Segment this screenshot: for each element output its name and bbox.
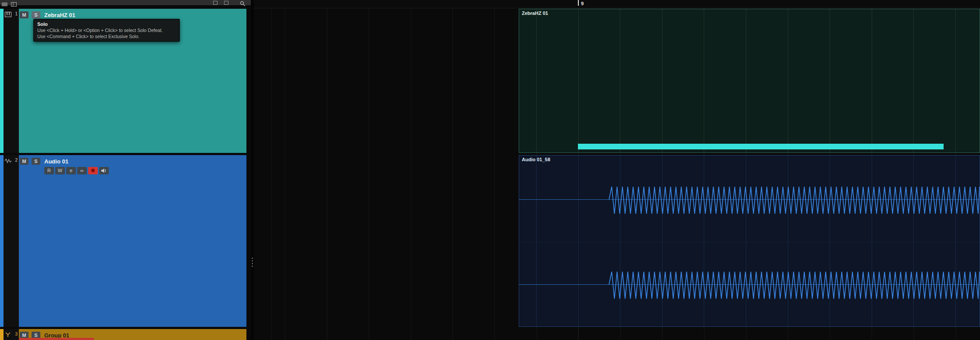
track-name: Audio 01	[44, 158, 68, 165]
panel-divider[interactable]	[251, 0, 254, 340]
track-row-group[interactable]: 3 M S Group 01	[0, 329, 251, 340]
panels-icon[interactable]	[11, 0, 17, 8]
audio-track-icon	[5, 157, 12, 163]
solo-tooltip: Solo Use <Click + Hold> or <Option + Cli…	[33, 19, 180, 42]
midi-note-event[interactable]	[578, 144, 944, 149]
track-number: 1	[15, 11, 18, 16]
read-automation-button[interactable]: R	[44, 167, 54, 174]
track-id-column: 2	[4, 155, 19, 327]
channel-link-button[interactable]: ∞	[77, 167, 87, 174]
track-color-strip	[0, 155, 4, 327]
region-label: ZebraHZ 01	[522, 11, 548, 16]
playhead-tick	[578, 0, 579, 6]
toolbar	[0, 0, 251, 6]
mute-button[interactable]: M	[20, 158, 29, 165]
track-name: ZebraHZ 01	[44, 12, 75, 18]
audio-waveform	[609, 156, 980, 326]
solo-button[interactable]: S	[32, 11, 40, 18]
ruler-bar-number: 9	[581, 1, 584, 6]
track-id-column: 3	[4, 329, 19, 340]
solo-button[interactable]: S	[32, 158, 40, 165]
tooltip-line: Use <Command + Click> to select Exclusiv…	[37, 33, 176, 39]
audio-region[interactable]: Audio 01_58	[519, 155, 980, 327]
partial-red-bar	[19, 338, 94, 340]
window-icon[interactable]	[224, 1, 228, 5]
monitor-button[interactable]	[99, 167, 109, 174]
arrangement-area[interactable]: 9 ZebraHZ 01 Audio 01_58	[254, 0, 980, 340]
search-icon[interactable]	[240, 0, 245, 8]
track-body[interactable]: M S Group 01	[19, 329, 246, 340]
divider-drag-handle[interactable]	[251, 256, 254, 268]
record-icon	[91, 169, 95, 172]
midi-region[interactable]: ZebraHZ 01	[519, 9, 980, 153]
track-color-strip	[0, 329, 4, 340]
track-number: 2	[15, 158, 18, 163]
speaker-icon	[101, 168, 107, 173]
window-icon[interactable]	[213, 1, 217, 5]
track-id-column: 1	[4, 9, 19, 153]
timeline-ruler[interactable]: 9	[254, 0, 980, 8]
group-track-icon	[5, 331, 12, 337]
edit-channel-button[interactable]: e	[66, 167, 76, 174]
track-color-strip	[0, 9, 4, 153]
region-label: Audio 01_58	[522, 157, 550, 162]
tooltip-line: Use <Click + Hold> or <Option + Click> t…	[37, 27, 176, 33]
instrument-track-icon	[5, 11, 12, 17]
list-icon[interactable]	[2, 0, 7, 8]
track-number: 3	[15, 332, 18, 336]
record-enable-button[interactable]	[88, 167, 98, 174]
track-row-audio[interactable]: 2 M S Audio 01 R W e ∞	[0, 155, 251, 327]
track-body[interactable]: M S Audio 01 R W e ∞	[19, 155, 246, 327]
tooltip-title: Solo	[37, 21, 176, 27]
write-automation-button[interactable]: W	[55, 167, 65, 174]
mute-button[interactable]: M	[20, 11, 29, 18]
